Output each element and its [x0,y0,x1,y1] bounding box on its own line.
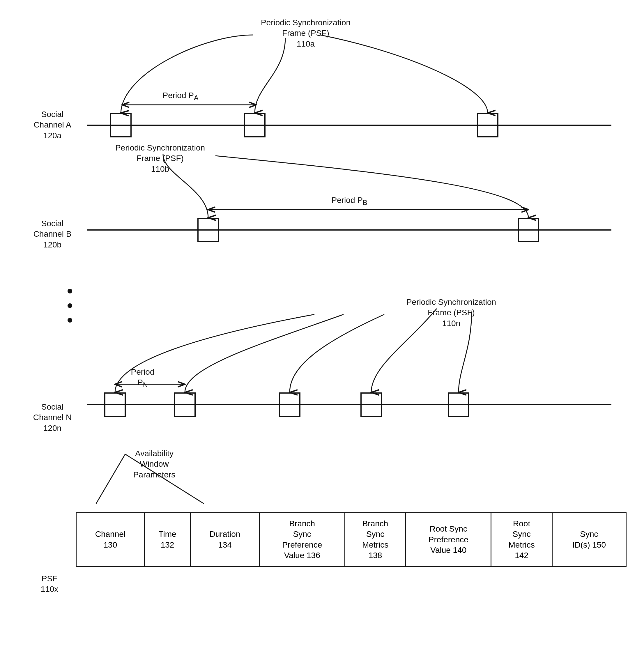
diagram: Periodic SynchronizationFrame (PSF)110a … [0,0,644,662]
period-pn-label: PeriodPN [114,367,172,389]
col-sync-ids: SyncID(s) 150 [552,513,626,567]
col-channel: Channel130 [76,513,145,567]
psf-table-container: Channel130 Time132 Duration134 BranchSyn… [76,512,626,567]
psf-110n-label: Periodic SynchronizationFrame (PSF)110n [396,297,507,329]
col-root-sync-pref: Root SyncPreferenceValue 140 [406,513,491,567]
psf-110a-label: Periodic SynchronizationFrame (PSF)110a [250,18,361,49]
svg-point-11 [68,318,72,323]
col-time: Time132 [144,513,190,567]
period-pa-label: Period PA [140,90,221,102]
psf-110b-label: Periodic SynchronizationFrame (PSF)110b [111,143,210,174]
svg-point-10 [68,303,72,308]
col-branch-sync-metrics: BranchSyncMetrics138 [345,513,406,567]
psf-table: Channel130 Time132 Duration134 BranchSyn… [76,512,626,567]
col-duration: Duration134 [190,513,259,567]
period-pb-label: Period PB [308,195,390,207]
channel-n-label: SocialChannel N120n [18,402,87,433]
col-root-sync-metrics: RootSyncMetrics142 [491,513,552,567]
availability-window-label: AvailabilityWindowParameters [114,448,195,480]
col-branch-sync-pref: BranchSyncPreferenceValue 136 [259,513,345,567]
psf-110x-label: PSF110x [26,573,73,595]
channel-b-label: SocialChannel B120b [18,218,87,250]
channel-a-label: SocialChannel A120a [18,109,87,141]
svg-point-9 [68,289,72,293]
